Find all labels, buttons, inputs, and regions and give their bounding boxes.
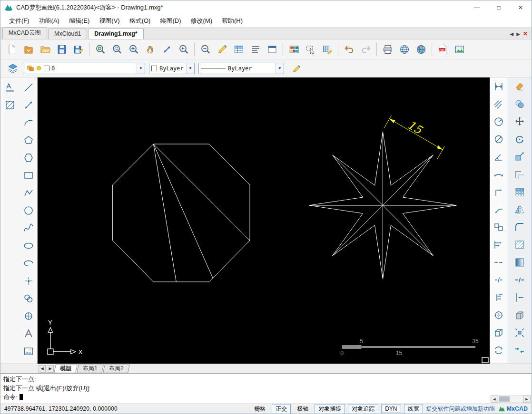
command-scroll-track[interactable] (498, 395, 523, 403)
toggle-ortho[interactable]: 正交 (272, 404, 291, 414)
menu-help[interactable]: 帮助(H) (217, 15, 247, 27)
doc-tab-mxcad-cloud[interactable]: MxCAD云图 (2, 27, 47, 39)
octagon-inscribed-lines[interactable] (153, 144, 250, 282)
menu-format[interactable]: 格式(O) (125, 15, 156, 27)
star-ridge-lines[interactable] (309, 132, 456, 279)
construction-line-button[interactable] (20, 97, 36, 113)
zoom-previous-button[interactable] (175, 41, 192, 58)
dim-diameter-button[interactable] (491, 131, 506, 147)
dim-ordinate-button[interactable] (491, 184, 506, 200)
rectangle-button[interactable] (20, 167, 36, 183)
redo-button[interactable] (357, 41, 374, 58)
layer-manager-button[interactable] (4, 60, 21, 77)
insert-table-button[interactable] (230, 41, 247, 58)
pan-button[interactable] (142, 41, 158, 58)
stretch-button[interactable] (512, 149, 527, 164)
layout-tab-layout1[interactable]: 布局1 (77, 365, 104, 373)
octagon-entity[interactable] (113, 144, 250, 282)
network-share-button[interactable] (413, 41, 429, 58)
doc-tab-scroll-left-button[interactable]: ◀ (510, 31, 514, 37)
dim-tolerance-button[interactable] (491, 289, 506, 305)
command-prompt-line[interactable]: 命令: (3, 393, 529, 402)
sketch-button[interactable] (214, 41, 230, 58)
dim-radius-button[interactable] (491, 114, 506, 129)
zoom-extents-button[interactable] (92, 41, 108, 58)
dim-break-button[interactable] (491, 272, 506, 288)
color-palette-button[interactable] (286, 41, 302, 58)
polygon-button[interactable] (20, 150, 36, 165)
save-button[interactable] (53, 41, 70, 58)
dim-update-button[interactable] (491, 342, 506, 358)
dim-linear-button[interactable] (491, 78, 506, 94)
break-button[interactable] (512, 272, 527, 288)
select-object-button[interactable] (302, 41, 319, 58)
toggle-otrack[interactable]: 对象追踪 (348, 404, 378, 414)
dim-leader-button[interactable] (491, 202, 506, 217)
polyline-button[interactable] (20, 185, 36, 201)
doc-tab-drawing1[interactable]: Drawing1.mxg* (88, 29, 143, 39)
text-content-button[interactable] (247, 41, 264, 58)
layer-dropdown-arrow-icon[interactable]: ▼ (137, 63, 145, 74)
zoom-scale-button[interactable] (158, 41, 175, 58)
layout-scroll-left-button[interactable]: ◀ (39, 365, 46, 373)
menu-function[interactable]: 功能(A) (34, 15, 64, 27)
toggle-osnap[interactable]: 对象捕捉 (315, 404, 345, 414)
toggle-dyn[interactable]: DYN (381, 404, 401, 413)
text-button[interactable] (20, 326, 36, 341)
command-window[interactable]: 指定下一点: 指定下一点 或[退出(E)/放弃(U)]: 命令: ◀ ▶ (0, 373, 532, 404)
dim-baseline-button[interactable] (491, 237, 506, 252)
gradient-button[interactable] (512, 254, 527, 270)
menu-draw[interactable]: 绘图(D) (155, 15, 186, 27)
toggle-polar[interactable]: 极轴 (294, 404, 312, 414)
model-canvas[interactable]: 15 5 35 0 15 Y (38, 77, 490, 364)
export-image-button[interactable] (451, 41, 468, 58)
menu-modify[interactable]: 修改(M) (186, 15, 217, 27)
arc-button[interactable] (20, 115, 36, 130)
dim-style-button[interactable] (491, 325, 506, 340)
circle-button[interactable] (20, 202, 36, 218)
layout-tab-model[interactable]: 模型 (54, 365, 78, 373)
rotate-button[interactable] (512, 131, 527, 147)
toggle-lineweight[interactable]: 线宽 (404, 404, 423, 414)
copy-object-button[interactable] (20, 290, 36, 306)
command-scrollbar[interactable]: ◀ ▶ (491, 395, 531, 403)
command-scroll-right-button[interactable]: ▶ (523, 395, 531, 403)
doc-tab-mxcloud1[interactable]: MxCloud1 (48, 29, 87, 39)
trim-button[interactable] (512, 289, 527, 305)
undo-button[interactable] (341, 41, 357, 58)
command-scroll-thumb[interactable] (499, 396, 510, 402)
new-viewport-button[interactable] (264, 41, 280, 58)
color-select[interactable]: ByLayer ▼ (149, 63, 195, 74)
zoom-window-button[interactable] (108, 41, 125, 58)
hatch-fill-button[interactable] (512, 237, 527, 252)
linetype-dropdown-arrow-icon[interactable]: ▼ (276, 63, 284, 74)
hatch-button[interactable] (2, 97, 18, 113)
zoom-out-button[interactable] (197, 41, 214, 58)
text-style-button[interactable] (2, 79, 18, 95)
web-publish-button[interactable] (396, 41, 413, 58)
menu-view[interactable]: 视图(V) (94, 15, 124, 27)
ellipse-arc-button[interactable] (20, 255, 36, 271)
maximize-button[interactable]: □ (488, 0, 510, 15)
linetype-select[interactable]: ByLayer ▼ (198, 63, 284, 74)
line-button[interactable] (20, 79, 36, 95)
dim-continue-button[interactable] (491, 254, 506, 270)
mirror-button[interactable] (512, 202, 527, 217)
print-button[interactable] (379, 41, 396, 58)
dim-angular-button[interactable] (491, 149, 506, 164)
layer-select[interactable]: 0 ▼ (25, 63, 145, 74)
point-button[interactable] (20, 273, 36, 289)
dim-aligned-button[interactable] (491, 96, 506, 112)
fillet-button[interactable] (512, 219, 527, 235)
dimension-entity[interactable]: 15 (384, 116, 444, 159)
erase-button[interactable] (512, 78, 527, 94)
doc-tab-close-button[interactable]: ✕ (523, 30, 528, 37)
open-file-button[interactable] (37, 41, 53, 58)
edit-attributes-button[interactable] (319, 41, 335, 58)
canvas-area[interactable]: 15 5 35 0 15 Y (38, 77, 490, 364)
array-button[interactable] (512, 184, 527, 200)
dim-arc-length-button[interactable] (491, 166, 506, 182)
zoom-in-button[interactable] (125, 41, 142, 58)
close-button[interactable]: ✕ (510, 0, 532, 15)
join-button[interactable] (512, 342, 527, 358)
